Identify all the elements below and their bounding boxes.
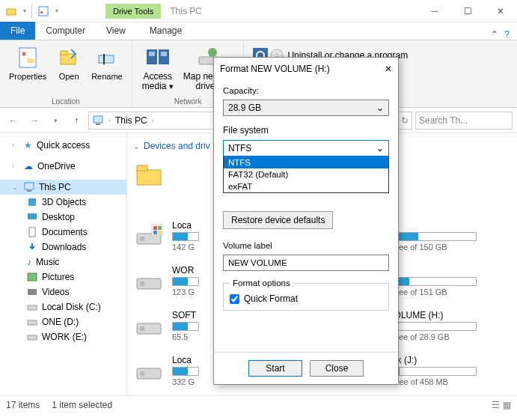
close-button[interactable]: Close	[310, 360, 364, 377]
svg-rect-31	[137, 170, 161, 185]
nav-pictures[interactable]: Pictures	[0, 270, 126, 284]
drive-tile[interactable]: Loca142 G	[133, 220, 225, 252]
svg-rect-11	[149, 52, 155, 56]
format-options-group: Format options Quick Format	[223, 279, 389, 311]
search-box[interactable]: Search Th...	[415, 112, 513, 130]
maximize-button[interactable]: ☐	[451, 0, 484, 22]
titlebar: ▾ ▾ Drive Tools This PC ─ ☐ ✕	[0, 0, 517, 22]
restore-defaults-button[interactable]: Restore device defaults	[223, 211, 333, 229]
nav-onedrive[interactable]: ›☁OneDrive	[0, 159, 126, 174]
nav-3d-objects[interactable]: 3D Objects	[0, 195, 126, 210]
drive-sub: 332 G	[172, 377, 199, 386]
qat-dropdown-icon[interactable]: ▾	[53, 3, 61, 19]
nav-videos[interactable]: Videos	[0, 284, 126, 299]
properties-button[interactable]: Properties	[4, 43, 51, 96]
recent-locations-button[interactable]: ▾	[46, 112, 64, 130]
nav-work-e[interactable]: WORK (E:)	[0, 329, 126, 344]
svg-rect-43	[140, 326, 144, 331]
close-button[interactable]: ✕	[484, 0, 517, 22]
nav-documents[interactable]: Documents	[0, 225, 126, 240]
svg-rect-28	[28, 305, 37, 310]
nav-this-pc[interactable]: ⌄This PC	[0, 180, 126, 195]
svg-rect-32	[137, 165, 147, 171]
drive-tile[interactable]: V VOLUME (H:)GB free of 28.9 GB	[379, 310, 511, 341]
svg-rect-23	[28, 198, 36, 206]
access-media-label: Access media ▾	[142, 72, 174, 91]
forward-button[interactable]: →	[25, 112, 43, 130]
nav-one-d[interactable]: ONE (D:)	[0, 314, 126, 329]
svg-point-14	[208, 48, 217, 57]
drive-name: WOR	[172, 265, 199, 276]
drive-tile[interactable]: Loca332 G	[133, 355, 225, 386]
refresh-icon[interactable]: ↻	[401, 115, 409, 126]
rename-button[interactable]: Rename	[87, 43, 127, 96]
svg-rect-29	[28, 320, 37, 325]
dialog-close-icon[interactable]: ✕	[385, 64, 392, 74]
nav-local-disk-c[interactable]: Local Disk (C:)	[0, 299, 126, 314]
nav-music[interactable]: ♪Music	[0, 255, 126, 270]
svg-rect-21	[25, 183, 34, 189]
drive-tile[interactable]: l Disk (J:)MB free of 458 MB	[379, 355, 511, 386]
properties-icon[interactable]	[35, 3, 52, 19]
drive-sub: 123 G	[172, 287, 199, 296]
contextual-tab-label: Drive Tools	[105, 4, 161, 19]
nav-desktop[interactable]: Desktop	[0, 210, 126, 225]
svg-rect-0	[7, 9, 16, 15]
file-tab[interactable]: File	[0, 22, 35, 40]
drive-tile[interactable]: (F:)GB free of 151 GB	[379, 265, 511, 296]
svg-rect-27	[28, 289, 37, 295]
minimize-button[interactable]: ─	[418, 0, 451, 22]
up-button[interactable]: ↑	[67, 112, 85, 130]
drive-tile[interactable]: SOFT65.5	[133, 310, 225, 341]
manage-tab[interactable]: Manage	[139, 22, 192, 40]
collapse-ribbon-icon[interactable]: ⌃	[491, 29, 498, 40]
volume-label-input[interactable]	[223, 255, 389, 271]
drive-name: Loca	[172, 355, 199, 365]
dialog-titlebar[interactable]: Format NEW VOLUME (H:) ✕	[214, 58, 398, 80]
qat-dropdown-icon[interactable]: ▾	[21, 3, 28, 19]
view-tab[interactable]: View	[96, 22, 136, 40]
quick-format-checkbox[interactable]: Quick Format	[230, 293, 382, 304]
svg-rect-36	[153, 226, 157, 230]
details-view-icon[interactable]: ☰	[492, 400, 500, 410]
svg-rect-25	[29, 228, 35, 237]
access-media-button[interactable]: Access media ▾	[137, 43, 179, 96]
svg-rect-26	[28, 273, 37, 281]
help-icon[interactable]: ?	[504, 29, 510, 40]
search-placeholder: Search Th...	[419, 115, 468, 126]
computer-tab[interactable]: Computer	[35, 22, 96, 40]
fs-option-ntfs[interactable]: NTFS	[224, 156, 388, 168]
app-icon[interactable]	[3, 3, 19, 19]
drive-tile[interactable]: (D:)GB free of 150 GB	[379, 220, 511, 252]
large-icons-view-icon[interactable]: ▦	[503, 400, 511, 410]
rename-label: Rename	[91, 72, 123, 81]
capacity-select[interactable]: 28.9 GB⌄	[223, 100, 389, 116]
status-bar: 17 items 1 item selected ☰ ▦	[0, 395, 517, 413]
fs-option-exfat[interactable]: exFAT	[224, 180, 388, 192]
drive-name: Loca	[172, 220, 199, 231]
nav-downloads[interactable]: Downloads	[0, 240, 126, 255]
navigation-pane[interactable]: ›★Quick access ›☁OneDrive ⌄This PC 3D Ob…	[0, 133, 127, 395]
svg-rect-39	[158, 231, 162, 234]
start-button[interactable]: Start	[248, 360, 302, 377]
quick-access-toolbar: ▾ ▾	[0, 3, 61, 19]
filesystem-select[interactable]: NTFS⌄	[223, 140, 389, 156]
status-selected-count: 1 item selected	[52, 400, 112, 410]
drive-tile[interactable]: WOR123 G	[133, 265, 225, 296]
svg-rect-6	[61, 51, 67, 55]
chevron-down-icon: ⌄	[376, 143, 384, 153]
chevron-down-icon: ⌄	[376, 103, 384, 113]
this-pc-icon	[92, 115, 104, 127]
back-button[interactable]: ←	[4, 112, 22, 130]
group-label-location: Location	[4, 96, 127, 106]
dialog-title: Format NEW VOLUME (H:)	[220, 64, 330, 74]
svg-rect-45	[140, 371, 144, 376]
drive-sub: 65.5	[172, 332, 199, 341]
svg-rect-19	[94, 116, 103, 123]
quick-format-input[interactable]	[230, 294, 239, 304]
nav-quick-access[interactable]: ›★Quick access	[0, 138, 126, 153]
chevron-right-icon: ›	[108, 117, 111, 124]
fs-option-fat32[interactable]: FAT32 (Default)	[224, 168, 388, 180]
svg-rect-4	[27, 58, 34, 63]
open-button[interactable]: Open	[51, 43, 87, 96]
